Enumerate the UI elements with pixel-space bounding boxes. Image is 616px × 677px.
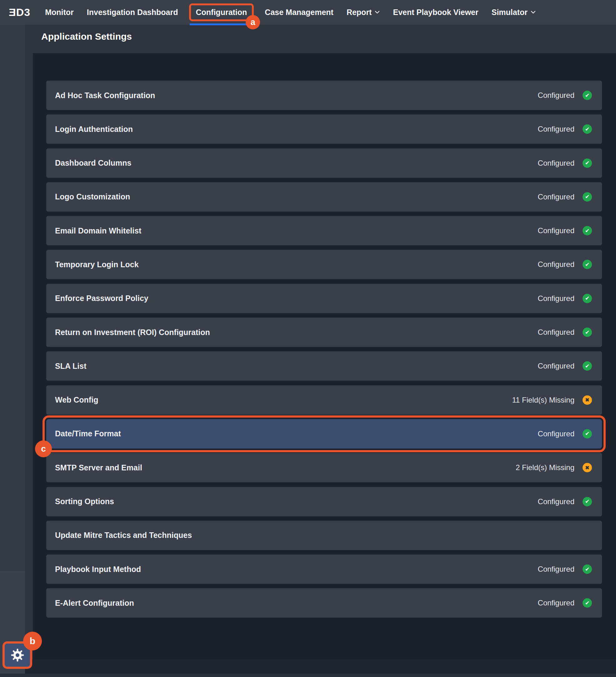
nav-monitor[interactable]: Monitor	[45, 8, 74, 17]
settings-row-status: Configured	[538, 328, 574, 336]
settings-row-email-domain-whitelist[interactable]: Email Domain Whitelist Configured	[46, 216, 602, 245]
settings-row-title: E-Alert Configuration	[55, 598, 538, 607]
nav-investigation-dashboard[interactable]: Investigation Dashboard	[87, 8, 178, 17]
settings-row-status: 2 Field(s) Missing	[516, 463, 574, 472]
settings-row-title: Email Domain Whitelist	[55, 226, 538, 235]
active-tab-underline	[190, 24, 253, 25]
settings-row-status: Configured	[538, 159, 574, 168]
status-cross-icon	[582, 463, 592, 472]
nav-simulator-label: Simulator	[491, 8, 528, 17]
annotation-badge-a: a	[246, 15, 260, 29]
nav-report-label: Report	[346, 8, 372, 17]
status-check-icon	[582, 598, 592, 607]
settings-row-temporary-login-lock[interactable]: Temporary Login Lock Configured	[46, 250, 602, 279]
nav-event-playbook-viewer[interactable]: Event Playbook Viewer	[393, 8, 478, 17]
bottom-strip	[0, 674, 616, 677]
annotation-badge-c: c	[35, 440, 52, 457]
settings-row-title: Playbook Input Method	[55, 565, 538, 574]
settings-row-smtp-server-and-email[interactable]: SMTP Server and Email 2 Field(s) Missing	[46, 453, 602, 482]
settings-row-title: Return on Investment (ROI) Configuration	[55, 328, 538, 337]
status-check-icon	[582, 260, 592, 269]
settings-row-e-alert-configuration[interactable]: E-Alert Configuration Configured	[46, 588, 602, 618]
status-cross-icon	[582, 395, 592, 405]
nav-report[interactable]: Report	[346, 8, 380, 17]
settings-row-update-mitre-tactics-and-techniques[interactable]: Update Mitre Tactics and Techniques	[46, 521, 602, 550]
settings-row-title: Login Authentication	[55, 125, 538, 134]
settings-row-title: SLA List	[55, 362, 538, 371]
settings-row-enforce-password-policy[interactable]: Enforce Password Policy Configured	[46, 284, 602, 313]
status-check-icon	[582, 429, 592, 439]
status-check-icon	[582, 565, 592, 574]
settings-row-sla-list[interactable]: SLA List Configured	[46, 351, 602, 381]
chevron-down-icon	[375, 11, 380, 14]
nav-simulator[interactable]: Simulator	[491, 8, 536, 17]
page-title: Application Settings	[41, 31, 132, 42]
settings-row-title: Date/Time Format	[55, 429, 538, 438]
settings-row-title: SMTP Server and Email	[55, 463, 516, 472]
status-check-icon	[582, 226, 592, 235]
status-check-icon	[582, 159, 592, 168]
settings-row-title: Sorting Options	[55, 497, 538, 506]
settings-list: Ad Hoc Task Configuration Configured Log…	[46, 81, 602, 622]
settings-row-status: Configured	[538, 362, 574, 370]
status-check-icon	[582, 91, 592, 100]
settings-row-status: Configured	[538, 430, 574, 438]
settings-row-title: Logo Customization	[55, 192, 538, 201]
status-check-icon	[582, 361, 592, 371]
status-check-icon	[582, 327, 592, 337]
status-check-icon	[582, 124, 592, 134]
settings-row-dashboard-columns[interactable]: Dashboard Columns Configured	[46, 148, 602, 178]
settings-row-logo-customization[interactable]: Logo Customization Configured	[46, 182, 602, 212]
settings-row-date-time-format[interactable]: Date/Time Format Configured c	[46, 419, 602, 449]
settings-row-status: Configured	[538, 226, 574, 235]
status-check-icon	[582, 497, 592, 506]
settings-row-status: Configured	[538, 565, 574, 574]
nav-configuration[interactable]: Configuration a	[189, 3, 254, 21]
settings-row-ad-hoc-task-configuration[interactable]: Ad Hoc Task Configuration Configured	[46, 81, 602, 110]
settings-row-status: Configured	[538, 598, 574, 607]
d3-logo[interactable]: ƎD3	[9, 6, 30, 18]
settings-row-roi-configuration[interactable]: Return on Investment (ROI) Configuration…	[46, 318, 602, 347]
settings-row-title: Ad Hoc Task Configuration	[55, 91, 538, 100]
status-check-icon	[582, 294, 592, 303]
settings-row-status: Configured	[538, 192, 574, 201]
settings-row-status: Configured	[538, 125, 574, 133]
nav-case-management[interactable]: Case Management	[265, 8, 333, 17]
settings-row-sorting-options[interactable]: Sorting Options Configured	[46, 487, 602, 516]
settings-row-title: Temporary Login Lock	[55, 260, 538, 269]
settings-row-title: Dashboard Columns	[55, 159, 538, 168]
top-nav: ƎD3 Monitor Investigation Dashboard Conf…	[0, 0, 616, 25]
settings-row-status: Configured	[538, 497, 574, 506]
settings-row-title: Enforce Password Policy	[55, 294, 538, 303]
settings-row-status: Configured	[538, 260, 574, 269]
settings-row-playbook-input-method[interactable]: Playbook Input Method Configured	[46, 554, 602, 584]
settings-row-login-authentication[interactable]: Login Authentication Configured	[46, 115, 602, 144]
settings-row-status: Configured	[538, 91, 574, 100]
settings-row-status: Configured	[538, 294, 574, 303]
annotation-badge-b: b	[23, 632, 42, 650]
nav-configuration-label: Configuration	[196, 8, 247, 17]
settings-row-web-config[interactable]: Web Config 11 Field(s) Missing	[46, 386, 602, 415]
left-sidebar	[0, 25, 25, 677]
settings-row-title: Update Mitre Tactics and Techniques	[55, 531, 574, 540]
chevron-down-icon	[531, 11, 536, 14]
status-check-icon	[582, 192, 592, 201]
settings-row-title: Web Config	[55, 395, 512, 404]
settings-row-status: 11 Field(s) Missing	[512, 396, 574, 404]
